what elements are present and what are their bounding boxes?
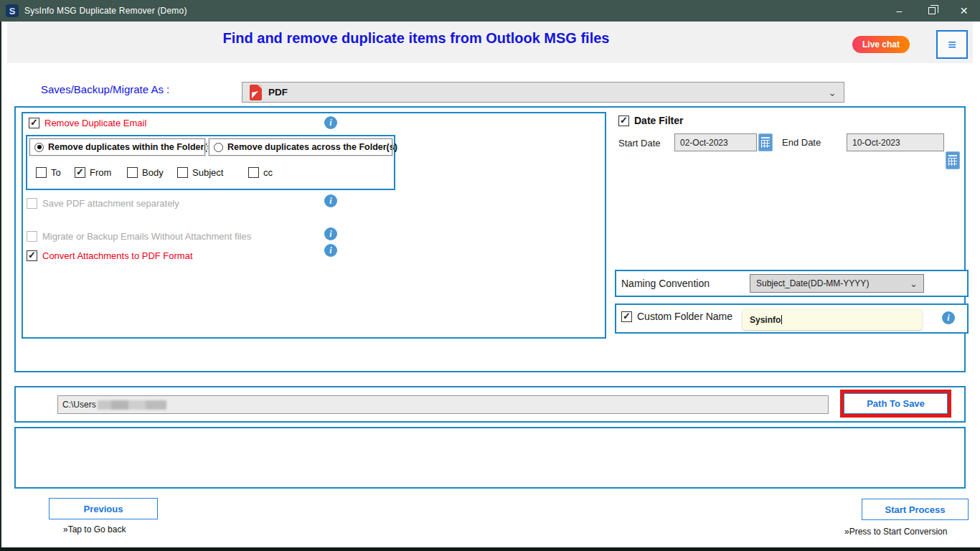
save-path-value: C:\Users	[62, 400, 96, 410]
restore-button[interactable]	[915, 0, 948, 22]
convert-attachments-option[interactable]: ✓ Convert Attachments to PDF Format	[27, 250, 193, 261]
info-icon[interactable]: i	[942, 311, 955, 324]
redacted-path-text	[98, 400, 166, 410]
match-field-subject[interactable]: Subject	[177, 167, 223, 178]
custom-folder-value: Sysinfo	[750, 315, 781, 325]
date-filter-option[interactable]: ✓ Date Filter	[618, 115, 683, 126]
custom-folder-option[interactable]: ✓ Custom Folder Name	[621, 311, 732, 322]
path-to-save-button[interactable]: Path To Save	[844, 393, 948, 414]
remove-duplicate-email-option[interactable]: ✓ Remove Duplicate Email	[29, 118, 146, 128]
save-pdf-attachment-option: Save PDF attachment separately	[27, 198, 179, 209]
migrate-without-attachment-option: Migrate or Backup Emails Without Attachm…	[27, 231, 251, 242]
to-checkbox[interactable]	[36, 167, 47, 178]
window-controls: – ✕	[883, 0, 980, 22]
save-pdf-attachment-checkbox	[27, 198, 37, 209]
start-date-label: Start Date	[618, 138, 661, 149]
check-icon: ✓	[620, 116, 628, 125]
start-process-button[interactable]: Start Process	[862, 499, 969, 520]
end-date-calendar-icon[interactable]	[946, 151, 960, 169]
previous-button[interactable]: Previous	[49, 498, 158, 519]
radio-within-folders[interactable]	[34, 143, 44, 152]
subject-label: Subject	[192, 167, 223, 178]
info-glyph: i	[329, 196, 331, 207]
window-left-border	[0, 22, 1, 547]
close-button[interactable]: ✕	[948, 0, 980, 22]
info-icon[interactable]: i	[324, 244, 337, 257]
format-dropdown[interactable]: PDF ⌄	[242, 82, 844, 103]
subject-checkbox[interactable]	[177, 167, 188, 178]
window-title: SysInfo MSG Duplicate Remover (Demo)	[24, 6, 187, 16]
menu-button[interactable]: ≡	[936, 30, 968, 59]
date-filter-checkbox[interactable]: ✓	[618, 116, 629, 126]
text-caret	[781, 315, 782, 324]
match-field-body[interactable]: Body	[127, 167, 164, 178]
radio-across-folders[interactable]	[214, 143, 223, 152]
chevron-down-icon: ⌄	[828, 89, 837, 96]
naming-convention-dropdown[interactable]: Subject_Date(DD-MM-YYYY) ⌄	[750, 274, 924, 293]
radio-across-folders-label: Remove duplicates across the Folder(s)	[227, 142, 397, 152]
chevron-down-icon: ⌄	[910, 281, 918, 287]
format-selected-value: PDF	[268, 87, 288, 98]
naming-convention-label: Naming Convention	[621, 278, 710, 289]
info-glyph: i	[329, 118, 331, 128]
log-panel	[14, 427, 966, 489]
minimize-button[interactable]: –	[883, 0, 915, 22]
start-date-calendar-icon[interactable]	[758, 133, 773, 151]
save-pdf-attachment-label: Save PDF attachment separately	[42, 198, 179, 209]
migrate-without-attachment-label: Migrate or Backup Emails Without Attachm…	[42, 231, 251, 242]
app-logo-icon: S	[6, 4, 19, 17]
match-field-to[interactable]: To	[36, 167, 61, 178]
path-to-save-highlight: Path To Save	[840, 390, 951, 418]
custom-folder-label: Custom Folder Name	[637, 311, 732, 322]
radio-within-folders-label: Remove duplicates within the Folder(s)	[48, 142, 215, 152]
window-bottom-border	[0, 547, 980, 551]
check-icon: ✓	[30, 118, 38, 127]
live-chat-button[interactable]: Live chat	[852, 36, 910, 53]
naming-convention-value: Subject_Date(DD-MM-YYYY)	[756, 278, 869, 288]
date-filter-label: Date Filter	[634, 115, 683, 126]
check-icon: ✓	[28, 250, 36, 260]
match-field-cc[interactable]: cc	[248, 167, 273, 178]
minimize-icon: –	[897, 5, 903, 17]
radio-dot	[37, 145, 42, 149]
remove-duplicate-email-label: Remove Duplicate Email	[44, 118, 146, 128]
pdf-file-icon	[250, 85, 262, 100]
info-glyph: i	[947, 313, 949, 324]
remove-duplicate-email-checkbox[interactable]: ✓	[29, 118, 39, 128]
hamburger-icon: ≡	[948, 37, 956, 53]
previous-hint: »Tap to Go back	[63, 524, 126, 534]
restore-icon	[928, 7, 936, 14]
cc-label: cc	[263, 167, 273, 178]
info-glyph: i	[329, 229, 331, 240]
check-icon: ✓	[76, 167, 84, 176]
from-checkbox[interactable]: ✓	[75, 167, 85, 178]
custom-folder-checkbox[interactable]: ✓	[621, 311, 632, 322]
radio-within-folders-option[interactable]: Remove duplicates within the Folder(s)	[29, 138, 205, 156]
info-icon[interactable]: i	[324, 227, 337, 240]
info-glyph: i	[329, 245, 331, 256]
start-process-hint: »Press to Start Conversion	[844, 527, 947, 537]
to-label: To	[51, 167, 61, 178]
save-path-input[interactable]: C:\Users	[57, 395, 829, 414]
info-icon[interactable]: i	[324, 116, 337, 129]
custom-folder-input[interactable]: Sysinfo	[743, 309, 922, 330]
end-date-label: End Date	[782, 137, 821, 148]
end-date-input[interactable]: 10-Oct-2023	[847, 133, 944, 151]
body-checkbox[interactable]	[127, 167, 138, 178]
page-title: Find and remove duplicate items from Out…	[0, 30, 832, 47]
body-label: Body	[142, 167, 164, 178]
title-bar: S SysInfo MSG Duplicate Remover (Demo) –…	[0, 0, 980, 22]
close-icon: ✕	[960, 5, 969, 17]
convert-attachments-label: Convert Attachments to PDF Format	[42, 250, 193, 261]
from-label: From	[90, 167, 111, 178]
check-icon: ✓	[623, 311, 631, 321]
convert-attachments-checkbox[interactable]: ✓	[27, 250, 37, 261]
format-selector-label: Saves/Backup/Migrate As :	[41, 83, 169, 95]
match-field-from[interactable]: ✓ From	[75, 167, 111, 178]
radio-across-folders-option[interactable]: Remove duplicates across the Folder(s)	[209, 138, 392, 156]
migrate-without-attachment-checkbox	[27, 231, 37, 242]
cc-checkbox[interactable]	[248, 167, 259, 178]
info-icon[interactable]: i	[324, 194, 337, 207]
start-date-input[interactable]: 02-Oct-2023	[674, 133, 757, 151]
